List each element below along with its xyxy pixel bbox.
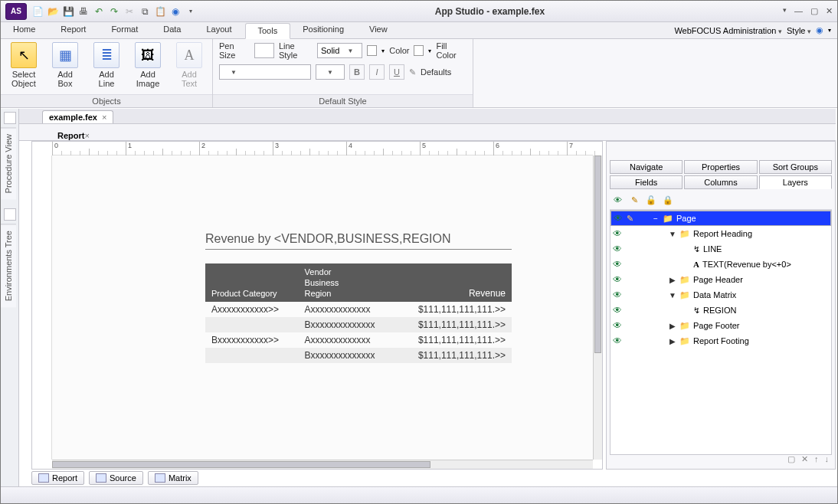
qat-paste-icon[interactable]: 📋 <box>154 5 166 18</box>
new-layer-icon[interactable]: ▢ <box>787 454 795 464</box>
help-dd-icon2[interactable]: ▾ <box>828 27 831 34</box>
report-preview: Revenue by <VENDOR,BUSINESS,REGION Produ… <box>205 232 512 363</box>
tab-view[interactable]: View <box>357 22 401 38</box>
delete-layer-icon[interactable]: ✕ <box>801 454 808 464</box>
report-table: Product Category Vendor Business Region … <box>205 263 512 363</box>
add-text-button[interactable]: A AddText <box>172 42 206 88</box>
move-up-icon[interactable]: ↑ <box>814 454 819 464</box>
color-label: Color <box>389 46 409 55</box>
envtree-icon[interactable] <box>4 208 16 221</box>
qat-dropdown-icon[interactable]: ▾ <box>185 5 197 18</box>
tree-node[interactable]: 👁✎−📁Page <box>610 211 831 226</box>
tree-node[interactable]: 👁▼📁Data Matrix <box>610 287 831 303</box>
tree-node[interactable]: 👁↯LINE <box>610 241 831 257</box>
defaults-label[interactable]: Defaults <box>421 67 451 77</box>
qat-new-icon[interactable]: 📄 <box>31 5 44 18</box>
minimize-button[interactable]: — <box>794 6 803 16</box>
pencil-icon[interactable]: ✎ <box>628 194 640 206</box>
underline-button[interactable]: U <box>389 64 404 80</box>
tree-node[interactable]: 👁▶📁Page Header <box>610 272 831 287</box>
tab-positioning[interactable]: Positioning <box>290 22 357 38</box>
style-menu[interactable]: Style <box>787 26 811 35</box>
view-tab-report[interactable]: Report <box>31 471 84 485</box>
group-style-label: Default Style <box>213 94 473 107</box>
qat-undo-icon[interactable]: ↶ <box>93 5 105 18</box>
rpanel-tab-fields[interactable]: Fields <box>610 175 683 189</box>
group-objects: ↖ SelectObject ▦ AddBox ≣ AddLine 🖼 AddI… <box>1 39 213 107</box>
subtab-report[interactable]: Report× <box>57 131 90 140</box>
select-object-button[interactable]: ↖ SelectObject <box>7 42 41 88</box>
fontsize-select[interactable]: ▼ <box>316 64 345 80</box>
unlock-icon[interactable]: 🔓 <box>645 194 657 206</box>
tree-node[interactable]: 👁▶📁Page Footer <box>610 318 831 333</box>
tab-data[interactable]: Data <box>151 22 194 38</box>
add-image-button[interactable]: 🖼 AddImage <box>131 42 165 88</box>
environments-tree-tab[interactable]: Environments Tree <box>1 224 16 307</box>
tree-node[interactable]: 👁↯REGION <box>610 303 831 318</box>
font-select[interactable]: ▼ <box>219 64 311 80</box>
tab-home[interactable]: Home <box>1 22 48 38</box>
tab-report[interactable]: Report <box>48 22 99 38</box>
status-bar <box>1 486 837 503</box>
eye-icon[interactable]: 👁 <box>611 194 624 206</box>
col-vendor-biz-region: Vendor Business Region <box>299 263 395 302</box>
close-subtab-icon[interactable]: × <box>84 131 89 140</box>
matrix-view-icon <box>155 473 165 483</box>
bold-button[interactable]: B <box>349 64 365 80</box>
move-down-icon[interactable]: ↓ <box>825 454 830 464</box>
qat-run-icon[interactable]: ◉ <box>169 5 182 18</box>
text-icon: A <box>176 42 202 68</box>
help-icon[interactable]: ◉ <box>816 25 823 35</box>
qat-redo-icon[interactable]: ↷ <box>108 5 120 18</box>
rpanel-tab-properties[interactable]: Properties <box>684 160 757 174</box>
maximize-button[interactable]: ▢ <box>810 6 818 16</box>
close-tab-icon[interactable]: × <box>102 113 106 122</box>
procview-icon[interactable] <box>4 112 16 124</box>
close-button[interactable]: ✕ <box>826 6 833 16</box>
qat-copy-icon[interactable]: ⧉ <box>139 5 151 18</box>
color-swatch[interactable] <box>367 45 377 56</box>
rpanel-tab-columns[interactable]: Columns <box>684 175 757 189</box>
tree-node[interactable]: 👁▶📁Report Footing <box>610 333 831 349</box>
qat-save-icon[interactable]: 💾 <box>62 5 74 18</box>
horizontal-scrollbar[interactable] <box>52 460 593 469</box>
line-icon: ≣ <box>93 42 119 68</box>
add-line-button[interactable]: ≣ AddLine <box>90 42 123 88</box>
add-box-button[interactable]: ▦ AddBox <box>48 42 82 88</box>
vertical-scrollbar[interactable] <box>593 155 602 460</box>
procedure-view-tab[interactable]: Procedure View <box>1 127 16 199</box>
tab-format[interactable]: Format <box>99 22 151 38</box>
fillcolor-swatch[interactable] <box>414 45 424 56</box>
qat-cut-icon[interactable]: ✂ <box>123 5 136 18</box>
pensize-label: Pen Size <box>219 41 250 60</box>
design-canvas: 01234567 Revenue by <VENDOR,BUSINESS,REG… <box>31 141 603 470</box>
view-tab-source[interactable]: Source <box>89 471 143 485</box>
webfocus-admin-menu[interactable]: WebFOCUS Administration <box>674 26 782 35</box>
layers-tree[interactable]: 👁✎−📁Page👁▼📁Report Heading👁↯LINE👁ATEXT(Re… <box>610 210 832 455</box>
report-view-icon <box>38 473 49 483</box>
linestyle-select[interactable]: Solid▼ <box>317 43 362 58</box>
canvas-viewport[interactable]: Revenue by <VENDOR,BUSINESS,REGION Produ… <box>52 155 593 460</box>
rpanel-tab-navigate[interactable]: Navigate <box>610 160 683 174</box>
qat-print-icon[interactable]: 🖶 <box>77 5 90 18</box>
design-surface[interactable]: Revenue by <VENDOR,BUSINESS,REGION Produ… <box>52 155 593 460</box>
box-icon: ▦ <box>52 42 78 68</box>
defaults-icon: ✎ <box>409 67 416 77</box>
tree-node[interactable]: 👁▼📁Report Heading <box>610 226 831 241</box>
rpanel-tab-layers[interactable]: Layers <box>759 175 832 189</box>
tab-tools[interactable]: Tools <box>245 23 291 39</box>
rpanel-footer: ▢ ✕ ↑ ↓ <box>787 454 829 464</box>
view-tab-matrix[interactable]: Matrix <box>148 471 198 485</box>
tab-layout[interactable]: Layout <box>194 22 244 38</box>
table-row: Bxxxxxxxxxxx>>Axxxxxxxxxxxxx$111,111,111… <box>205 332 512 348</box>
table-row: Axxxxxxxxxxx>>Axxxxxxxxxxxxx$111,111,111… <box>205 302 512 317</box>
tree-node[interactable]: 👁ATEXT(Revenue by<+0> <box>610 257 831 272</box>
lock-icon[interactable]: 🔒 <box>662 194 674 206</box>
help-dd-icon[interactable]: ▾ <box>783 6 787 16</box>
rpanel-tab-sort-groups[interactable]: Sort Groups <box>759 160 832 174</box>
file-tab-example[interactable]: example.fex× <box>42 110 113 123</box>
qat-open-icon[interactable]: 📂 <box>47 5 59 18</box>
italic-button[interactable]: I <box>369 64 385 80</box>
view-tabs: Report Source Matrix <box>19 470 198 486</box>
pensize-input[interactable] <box>254 43 274 58</box>
